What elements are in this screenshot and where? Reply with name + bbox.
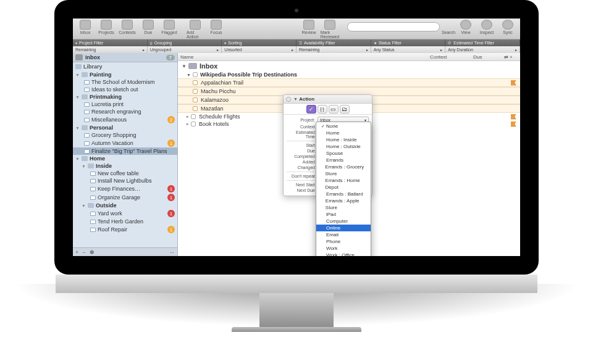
filter-value[interactable]: Any Duration▸ <box>445 46 520 53</box>
projects-button[interactable]: Projects <box>98 20 115 35</box>
sidebar: Inbox 7 Library ▼PaintingThe School of M… <box>73 53 178 256</box>
filter-availability-filter[interactable]: ☰Availability Filter <box>296 39 371 46</box>
add-action-icon <box>190 20 201 30</box>
sidebar-project[interactable]: Research engraving <box>73 108 177 115</box>
context-option[interactable]: Spouse <box>316 150 371 157</box>
monitor-foot <box>232 327 361 332</box>
app-window: InboxProjectsContextsDueFlagged Add Acti… <box>73 19 520 256</box>
resize-handle[interactable]: ↔ <box>169 249 175 255</box>
context-option[interactable]: Email <box>316 231 371 238</box>
context-option[interactable]: Computer <box>316 218 371 225</box>
filter-estimated-time-filter[interactable]: ⏱Estimated Time Filter <box>445 39 520 46</box>
contexts-icon <box>122 20 133 30</box>
flagged-icon <box>164 20 175 30</box>
sidebar-project[interactable]: Install New Lightbulbs <box>73 177 177 184</box>
filter-value[interactable]: Unsorted▸ <box>222 46 296 53</box>
filter-value[interactable]: Remaining▸ <box>296 46 371 53</box>
sidebar-project[interactable]: Tend Herb Garden <box>73 218 177 225</box>
sidebar-project[interactable]: Miscellaneous2 <box>73 115 177 124</box>
mark-reviewed-button[interactable]: Mark Reviewed <box>321 20 339 39</box>
sidebar-folder[interactable]: ▼Painting <box>73 71 177 78</box>
filter-value[interactable]: Remaining▸ <box>73 46 148 53</box>
focus-icon <box>211 20 222 30</box>
filter-sorting[interactable]: ▾Sorting <box>222 39 296 46</box>
col-context[interactable]: Context <box>430 54 473 60</box>
context-option[interactable]: Errands : Grocery Store <box>316 163 371 177</box>
filter-value[interactable]: Any Status▸ <box>371 46 446 53</box>
sidebar-project[interactable]: Grocery Shopping <box>73 131 177 139</box>
webcam-icon <box>295 9 298 12</box>
sidebar-folder[interactable]: ▼Outside <box>73 202 177 209</box>
add-col-icon[interactable]: + <box>510 54 513 60</box>
inspect-button[interactable]: Inspect <box>478 20 495 35</box>
task-row[interactable]: Appalachian Trail <box>178 78 520 87</box>
inspector-tab-project[interactable]: {·} <box>318 105 327 114</box>
filter-project-filter[interactable]: ▾Project Filter <box>73 39 148 46</box>
view-filter-values: Remaining▸Ungrouped▸Unsorted▸Remaining▸A… <box>73 46 520 53</box>
sidebar-library-header[interactable]: Library <box>73 62 177 71</box>
inspector-tab-note[interactable]: ▭ <box>329 105 339 114</box>
focus-button[interactable]: Focus <box>208 20 225 39</box>
toolbar-label: Inspect <box>480 30 494 35</box>
context-option[interactable]: Work <box>316 245 371 252</box>
sidebar-project[interactable]: Organize Garage1 <box>73 193 177 202</box>
sidebar-folder[interactable]: ▼Personal <box>73 124 177 131</box>
sidebar-folder[interactable]: ▼Home <box>73 155 177 162</box>
add-action-button[interactable]: Add Action <box>187 20 204 39</box>
inbox-button[interactable]: Inbox <box>77 20 94 35</box>
inspector-tab-attach[interactable]: 🗂 <box>340 105 350 114</box>
context-option[interactable]: Errands <box>316 157 371 163</box>
context-option[interactable]: Errands : Home Depot <box>316 177 371 191</box>
inbox-icon <box>75 54 83 60</box>
monitor-neck <box>259 293 334 330</box>
sidebar-project[interactable]: Autumn Vacation1 <box>73 139 177 147</box>
flagged-button[interactable]: Flagged <box>161 20 178 35</box>
context-option[interactable]: Errands : Apple Store <box>316 197 371 211</box>
task-group[interactable]: ▼Wikipedia Possible Trip Destinations <box>178 71 520 78</box>
context-option[interactable]: Online <box>316 225 371 231</box>
action-button[interactable]: ✽ <box>90 249 95 255</box>
sidebar-folder[interactable]: ▼Inside <box>73 162 177 170</box>
sync-button[interactable]: Sync <box>499 20 516 35</box>
context-option[interactable]: Errands : Ballard <box>316 191 371 197</box>
col-name[interactable]: Name <box>180 54 430 60</box>
context-option[interactable]: Work : Office <box>316 252 371 256</box>
context-option[interactable]: Home : Outside <box>316 143 371 150</box>
context-dropdown[interactable]: ✓NoneHomeHome : InsideHome : OutsideSpou… <box>316 122 371 256</box>
sidebar-project[interactable]: The School of Modernism <box>73 78 177 86</box>
context-option[interactable]: Home <box>316 130 371 136</box>
sidebar-project[interactable]: Keep Finances…1 <box>73 184 177 193</box>
sidebar-project[interactable]: Yard work1 <box>73 209 177 218</box>
context-option[interactable]: iPad <box>316 211 371 218</box>
inspector-titlebar[interactable]: ▼ Action <box>284 95 372 104</box>
col-due[interactable]: Due <box>473 54 504 60</box>
filter-grouping[interactable]: {}Grouping <box>148 39 222 46</box>
sidebar-project[interactable]: Ideas to sketch out <box>73 86 177 93</box>
filter-value[interactable]: Ungrouped▸ <box>148 46 222 53</box>
context-option[interactable]: ✓None <box>316 123 371 130</box>
inbox-count-badge: 7 <box>166 55 175 60</box>
sidebar-project[interactable]: Finalize "Big Trip" Travel Plans <box>73 147 177 155</box>
add-button[interactable]: + <box>75 249 78 255</box>
search-input[interactable] <box>347 22 440 31</box>
sidebar-inbox[interactable]: Inbox 7 <box>73 53 177 62</box>
context-option[interactable]: Phone <box>316 238 371 245</box>
toolbar-label: Inbox <box>80 30 90 35</box>
context-option[interactable]: Home : Inside <box>316 136 371 143</box>
view-button[interactable]: View <box>457 20 474 35</box>
expand-icon[interactable]: ⇄ <box>504 54 508 60</box>
sync-icon <box>502 20 513 30</box>
inspector-tab-action[interactable]: ✓ <box>306 105 316 114</box>
main-title: ▼ Inbox <box>178 61 520 71</box>
review-button[interactable]: Review <box>300 20 318 39</box>
close-icon[interactable] <box>286 97 291 102</box>
remove-button[interactable]: − <box>82 249 85 255</box>
filter-status-filter[interactable]: ★Status Filter <box>371 39 446 46</box>
contexts-button[interactable]: Contexts <box>119 20 136 35</box>
sidebar-project[interactable]: Roof Repair1 <box>73 225 177 234</box>
due-button[interactable]: Due <box>140 20 157 35</box>
sidebar-folder[interactable]: ▼Printmaking <box>73 93 177 101</box>
sidebar-project[interactable]: New coffee table <box>73 170 177 177</box>
sidebar-project[interactable]: Lucretia print <box>73 101 177 108</box>
toolbar-label: View <box>461 30 470 35</box>
